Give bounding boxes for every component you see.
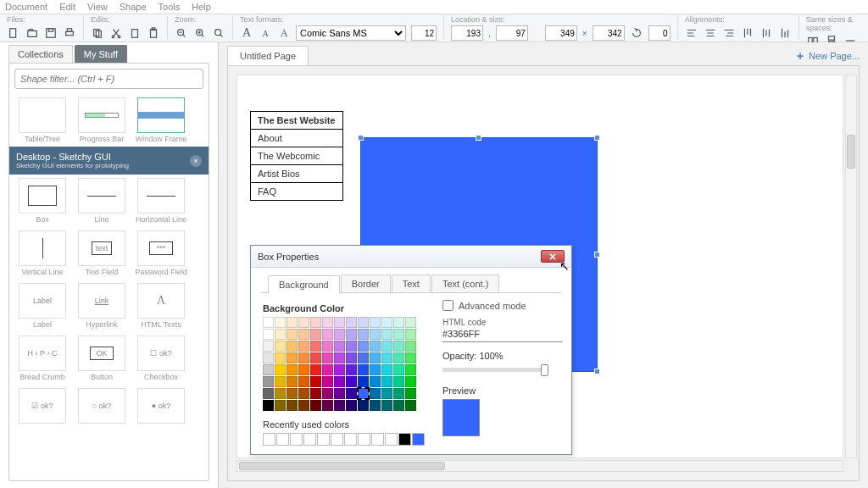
palette-color[interactable]: [405, 329, 416, 340]
shape-button[interactable]: OKButton: [72, 334, 131, 383]
shape-filter-input[interactable]: [14, 69, 203, 89]
palette-color[interactable]: [405, 388, 416, 399]
page-tab[interactable]: Untitled Page: [227, 46, 309, 65]
align-bottom-icon[interactable]: [778, 26, 792, 40]
dlg-tab-background[interactable]: Background: [268, 275, 340, 293]
color-palette[interactable]: [263, 317, 426, 411]
recent-color[interactable]: [331, 433, 343, 446]
text-font-icon[interactable]: A: [277, 26, 291, 40]
palette-color[interactable]: [298, 364, 309, 375]
shape-breadcrumb[interactable]: H › P › CBread Crumb: [13, 334, 72, 383]
palette-color[interactable]: [287, 341, 298, 352]
palette-color[interactable]: [334, 341, 345, 352]
align-mid-icon[interactable]: [760, 26, 773, 40]
recent-color[interactable]: [290, 433, 303, 446]
font-select[interactable]: Comic Sans MS: [296, 25, 406, 41]
palette-color[interactable]: [263, 352, 274, 363]
palette-color[interactable]: [298, 376, 309, 387]
handle-nw[interactable]: [358, 135, 364, 141]
palette-color[interactable]: [334, 376, 345, 387]
clipboard-icon[interactable]: [128, 26, 142, 40]
size-w-input[interactable]: [545, 25, 577, 41]
palette-color[interactable]: [334, 317, 345, 328]
paste-icon[interactable]: [147, 26, 160, 40]
palette-color[interactable]: [287, 400, 298, 411]
new-file-icon[interactable]: [7, 26, 20, 40]
handle-e[interactable]: [594, 252, 600, 258]
palette-color[interactable]: [275, 329, 286, 340]
palette-color[interactable]: [287, 376, 298, 387]
new-page-plus-icon[interactable]: +: [797, 49, 804, 63]
palette-color[interactable]: [310, 376, 321, 387]
dlg-tab-text-cont[interactable]: Text (cont.): [431, 274, 499, 292]
palette-color[interactable]: [310, 329, 321, 340]
shape-vline[interactable]: Vertical Line: [13, 229, 72, 278]
shape-box[interactable]: Box: [13, 176, 72, 225]
cut-icon[interactable]: [109, 26, 123, 40]
html-code-value[interactable]: #3366FF: [442, 327, 563, 342]
align-right-icon[interactable]: [722, 26, 736, 40]
zoom-fit-icon[interactable]: [212, 26, 225, 40]
shape-hyperlink[interactable]: LinkHyperlink: [72, 281, 131, 330]
recent-colors[interactable]: [263, 433, 426, 446]
palette-color[interactable]: [405, 364, 416, 375]
palette-color[interactable]: [370, 329, 381, 340]
palette-color[interactable]: [381, 376, 392, 387]
text-smaller-icon[interactable]: A: [259, 26, 272, 40]
copy-icon[interactable]: [91, 26, 104, 40]
menu-shape[interactable]: Shape: [120, 2, 147, 12]
palette-color[interactable]: [275, 388, 286, 399]
shape-radio-on[interactable]: ● ok?: [131, 386, 191, 427]
align-center-icon[interactable]: [704, 26, 717, 40]
palette-color[interactable]: [393, 317, 404, 328]
palette-color[interactable]: [310, 317, 321, 328]
palette-color[interactable]: [393, 341, 404, 352]
palette-color[interactable]: [346, 376, 357, 387]
shape-progress-bar[interactable]: Progress Bar: [72, 96, 131, 145]
palette-color[interactable]: [275, 341, 286, 352]
save-icon[interactable]: [44, 26, 58, 40]
palette-color[interactable]: [334, 329, 345, 340]
palette-color[interactable]: [287, 329, 298, 340]
palette-color[interactable]: [322, 352, 333, 363]
shape-htmltext[interactable]: AHTML Texts: [131, 281, 191, 330]
palette-color[interactable]: [334, 352, 345, 363]
palette-color[interactable]: [381, 400, 392, 411]
palette-color[interactable]: [263, 317, 274, 328]
shape-line[interactable]: Line: [72, 176, 131, 225]
palette-color[interactable]: [393, 364, 404, 375]
recent-color[interactable]: [263, 433, 275, 446]
palette-color[interactable]: [263, 341, 274, 352]
zoom-out-icon[interactable]: [175, 26, 188, 40]
open-file-icon[interactable]: [25, 26, 39, 40]
palette-color[interactable]: [370, 400, 381, 411]
shape-window-frame[interactable]: Window Frame: [131, 96, 191, 145]
palette-color[interactable]: [381, 317, 392, 328]
palette-color[interactable]: [298, 352, 309, 363]
palette-color[interactable]: [405, 317, 416, 328]
palette-color[interactable]: [405, 341, 416, 352]
palette-color[interactable]: [346, 388, 357, 399]
palette-color[interactable]: [381, 364, 392, 375]
palette-color[interactable]: [358, 352, 369, 363]
palette-color[interactable]: [322, 388, 333, 399]
palette-color[interactable]: [322, 329, 333, 340]
shapes-scroll[interactable]: Table/Tree Progress Bar Window Frame Des…: [9, 94, 209, 480]
palette-color[interactable]: [381, 352, 392, 363]
palette-color[interactable]: [322, 376, 333, 387]
menu-tools[interactable]: Tools: [159, 2, 181, 12]
recent-color[interactable]: [276, 433, 289, 446]
palette-color[interactable]: [298, 329, 309, 340]
palette-color[interactable]: [346, 364, 357, 375]
shape-textfield[interactable]: textText Field: [72, 229, 131, 278]
opacity-knob[interactable]: [541, 364, 548, 376]
palette-color[interactable]: [298, 341, 309, 352]
recent-color[interactable]: [344, 433, 357, 446]
recent-color[interactable]: [398, 433, 411, 446]
palette-color[interactable]: [405, 376, 416, 387]
palette-color[interactable]: [298, 317, 309, 328]
align-left-icon[interactable]: [685, 26, 698, 40]
palette-color[interactable]: [275, 317, 286, 328]
size-h-input[interactable]: [593, 25, 625, 41]
opacity-slider[interactable]: [442, 368, 544, 372]
